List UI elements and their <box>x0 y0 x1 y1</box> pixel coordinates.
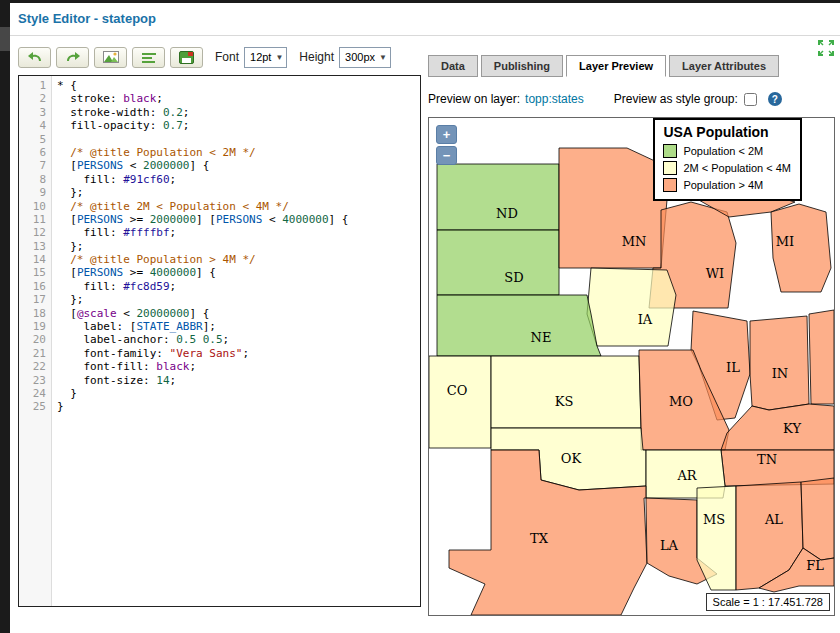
code-line: /* @title Population < 2M */ <box>57 146 420 159</box>
redo-arrow-icon <box>65 51 81 63</box>
reformat-button[interactable] <box>132 47 165 68</box>
tab-data[interactable]: Data <box>428 55 478 77</box>
map-preview: NDSDMNWIMIIANEILINCOKSMOKYTNOKARTXLAMSAL… <box>428 117 835 616</box>
line-number: 12 <box>19 226 46 239</box>
line-number-gutter: 1234567891011121314151617181920212223242… <box>19 76 52 606</box>
state-shape-in[interactable] <box>750 316 809 410</box>
state-label-fl: FL <box>806 558 824 573</box>
state-shape-sd[interactable] <box>437 230 559 295</box>
code-line: [PERSONS < 2000000] { <box>57 159 420 172</box>
line-number: 10 <box>19 200 46 213</box>
line-number: 20 <box>19 333 46 346</box>
expand-editor-icon[interactable] <box>818 40 834 56</box>
code-text-area[interactable]: * { stroke: black; stroke-width: 0.2; fi… <box>52 76 420 606</box>
state-shape-ky[interactable] <box>721 404 834 450</box>
code-line: stroke-width: 0.2; <box>57 106 420 119</box>
chevron-down-icon: ▼ <box>275 53 283 62</box>
line-number: 24 <box>19 387 46 400</box>
code-line: font-family: "Vera Sans"; <box>57 347 420 360</box>
state-label-ar: AR <box>676 468 697 483</box>
state-label-la: LA <box>660 538 679 553</box>
code-line: [PERSONS >= 2000000] [PERSONS < 4000000]… <box>57 213 420 226</box>
state-shape-ne[interactable] <box>437 295 601 356</box>
zoom-controls: + − <box>436 125 457 165</box>
code-line: } <box>57 387 420 400</box>
legend-entries: Population < 2M2M < Population < 4MPopul… <box>663 144 791 192</box>
font-size-select[interactable]: 12pt ▼ <box>244 47 287 68</box>
state-shape-ia[interactable] <box>587 268 676 346</box>
legend-label: Population > 4M <box>683 179 763 191</box>
insert-image-button[interactable] <box>94 47 127 68</box>
line-number: 7 <box>19 159 46 172</box>
line-number: 8 <box>19 173 46 186</box>
state-label-tn: TN <box>757 452 777 467</box>
state-label-tx: TX <box>530 531 549 546</box>
window-top-edge <box>0 0 840 3</box>
legend-entry: 2M < Population < 4M <box>663 161 791 175</box>
code-line: }; <box>57 293 420 306</box>
style-group-label: Preview as style group: <box>614 92 738 106</box>
code-line: [PERSONS >= 4000000] { <box>57 266 420 279</box>
state-label-sd: SD <box>504 270 523 285</box>
style-group-checkbox[interactable] <box>744 93 757 106</box>
legend-swatch <box>663 178 677 192</box>
line-number: 1 <box>19 79 46 92</box>
code-line: } <box>57 400 420 413</box>
line-number: 9 <box>19 186 46 199</box>
line-number: 13 <box>19 240 46 253</box>
redo-button[interactable] <box>56 47 89 68</box>
code-line: font-fill: black; <box>57 360 420 373</box>
line-number: 17 <box>19 293 46 306</box>
image-icon <box>103 51 119 63</box>
save-icon <box>179 51 194 64</box>
zoom-in-button[interactable]: + <box>436 125 457 144</box>
line-number: 25 <box>19 400 46 413</box>
line-number: 2 <box>19 92 46 105</box>
code-line: * { <box>57 79 420 92</box>
state-shape-co[interactable] <box>429 356 491 448</box>
code-line: label-anchor: 0.5 0.5; <box>57 333 420 346</box>
code-line: stroke: black; <box>57 92 420 105</box>
state-label-mi: MI <box>776 234 794 249</box>
line-number: 6 <box>19 146 46 159</box>
line-number: 19 <box>19 320 46 333</box>
font-label: Font <box>215 50 239 64</box>
zoom-out-button[interactable]: − <box>436 146 457 165</box>
preview-options-row: Preview on layer: topp:states Preview as… <box>428 91 836 107</box>
tabs: DataPublishingLayer PreviewLayer Attribu… <box>428 55 836 77</box>
state-label-mo: MO <box>669 394 693 409</box>
state-label-mn: MN <box>622 234 647 249</box>
code-line: label: [STATE_ABBR]; <box>57 320 420 333</box>
code-line: /* @title 2M < Population < 4M */ <box>57 200 420 213</box>
code-line: font-size: 14; <box>57 374 420 387</box>
tab-layer-preview[interactable]: Layer Preview <box>566 55 666 77</box>
title-divider <box>10 35 840 36</box>
legend-swatch <box>663 144 677 158</box>
state-shape-ks[interactable] <box>491 356 641 428</box>
line-number: 22 <box>19 360 46 373</box>
tab-layer-attributes[interactable]: Layer Attributes <box>669 55 779 77</box>
code-line: fill: #91cf60; <box>57 173 420 186</box>
state-label-ks: KS <box>555 394 574 409</box>
scale-indicator: Scale = 1 : 17.451.728 <box>706 593 830 611</box>
window-left-edge <box>0 0 10 633</box>
style-editor-window: Style Editor - statepop <box>0 0 840 633</box>
undo-arrow-icon <box>27 51 43 63</box>
line-number: 3 <box>19 106 46 119</box>
tab-publishing[interactable]: Publishing <box>481 55 563 77</box>
legend-label: 2M < Population < 4M <box>683 162 791 174</box>
undo-button[interactable] <box>18 47 51 68</box>
line-number: 15 <box>19 266 46 279</box>
window-left-notch <box>0 27 10 51</box>
apply-button[interactable] <box>170 47 203 68</box>
state-shape[interactable] <box>801 478 834 560</box>
preview-on-layer-label: Preview on layer: <box>428 92 520 106</box>
code-line: }; <box>57 186 420 199</box>
help-icon[interactable]: ? <box>768 92 782 106</box>
layer-link[interactable]: topp:states <box>525 92 584 106</box>
state-shape[interactable] <box>809 310 834 404</box>
line-number: 11 <box>19 213 46 226</box>
line-number: 5 <box>19 133 46 146</box>
editor-height-select[interactable]: 300px ▼ <box>339 47 391 68</box>
code-line <box>57 133 420 146</box>
